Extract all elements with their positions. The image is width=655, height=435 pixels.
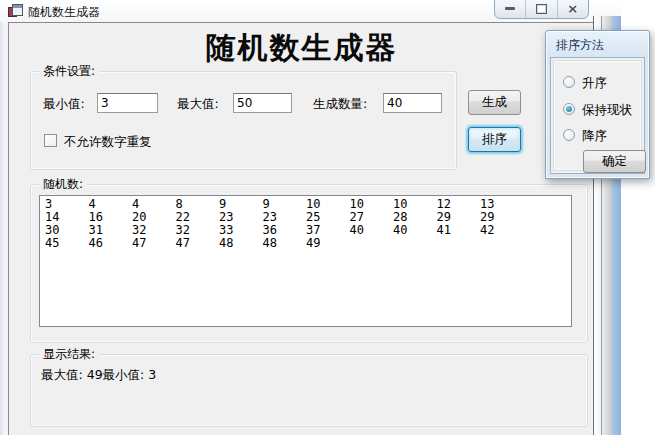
sort-dialog-client: 升序 保持现状 降序 确定 bbox=[550, 57, 645, 174]
numbers-group-label: 随机数: bbox=[39, 177, 87, 191]
random-number[interactable]: 48 bbox=[263, 237, 307, 250]
minimize-icon bbox=[505, 7, 515, 10]
ok-button[interactable]: 确定 bbox=[583, 150, 646, 173]
random-number[interactable]: 49 bbox=[306, 237, 350, 250]
random-number[interactable]: 48 bbox=[219, 237, 263, 250]
sort-button[interactable]: 排序 bbox=[468, 127, 521, 152]
maximize-button[interactable] bbox=[525, 0, 556, 18]
window-title: 随机数生成器 bbox=[28, 4, 100, 21]
random-number[interactable]: 41 bbox=[437, 224, 481, 237]
count-input[interactable] bbox=[383, 93, 442, 113]
max-value-input[interactable] bbox=[233, 93, 292, 113]
numbers-listbox[interactable]: 3 4 4 8 9 9 10 10 10 12 13 14 16 20 22 2… bbox=[39, 195, 572, 327]
window-client-area: 随机数生成器 条件设置: 最小值: 最大值: 生成数量: 不允许数字重复 生成 … bbox=[8, 22, 595, 435]
close-icon: × bbox=[567, 4, 578, 14]
settings-group-label: 条件设置: bbox=[39, 64, 99, 78]
min-value-label: 最小值: bbox=[43, 96, 85, 113]
numbers-groupbox: 随机数: 3 4 4 8 9 9 10 10 10 12 13 14 16 20 bbox=[30, 184, 588, 343]
radio-keep-current[interactable] bbox=[563, 103, 575, 115]
radio-descending-label: 降序 bbox=[582, 128, 607, 145]
random-number[interactable]: 47 bbox=[176, 237, 220, 250]
count-label: 生成数量: bbox=[313, 96, 367, 113]
radio-descending[interactable] bbox=[563, 129, 575, 141]
close-button[interactable]: × bbox=[557, 0, 588, 18]
result-text: 最大值: 49最小值: 3 bbox=[41, 367, 156, 384]
result-group-label: 显示结果: bbox=[39, 347, 99, 361]
radio-ascending[interactable] bbox=[563, 76, 575, 88]
maximize-icon bbox=[536, 4, 547, 14]
random-number[interactable]: 47 bbox=[132, 237, 176, 250]
sort-dialog-titlebar[interactable]: 排序方法 bbox=[556, 37, 604, 54]
no-repeat-checkbox[interactable] bbox=[44, 134, 57, 147]
minimize-button[interactable] bbox=[495, 0, 525, 18]
random-number[interactable]: 42 bbox=[480, 224, 524, 237]
window-frame-left bbox=[0, 22, 8, 435]
generate-button[interactable]: 生成 bbox=[468, 90, 521, 115]
random-number[interactable]: 40 bbox=[350, 224, 394, 237]
random-number[interactable]: 46 bbox=[89, 237, 133, 250]
random-number[interactable]: 40 bbox=[393, 224, 437, 237]
settings-groupbox: 条件设置: 最小值: 最大值: 生成数量: 不允许数字重复 bbox=[30, 71, 457, 170]
window-controls: × bbox=[494, 0, 589, 19]
random-number[interactable]: 45 bbox=[45, 237, 89, 250]
numbers-grid: 3 4 4 8 9 9 10 10 10 12 13 14 16 20 22 2… bbox=[45, 198, 571, 250]
page-title: 随机数生成器 bbox=[9, 28, 594, 69]
no-repeat-label: 不允许数字重复 bbox=[64, 134, 152, 151]
radio-ascending-label: 升序 bbox=[582, 75, 607, 92]
result-groupbox: 显示结果: 最大值: 49最小值: 3 bbox=[30, 354, 588, 427]
screen: 随机数生成器 × 随机数生成器 条件设置: 最小值: 最大值: 生成数量: 不允… bbox=[0, 0, 655, 435]
radio-keep-current-label: 保持现状 bbox=[582, 102, 632, 119]
sort-dialog: 排序方法 升序 保持现状 降序 确定 bbox=[545, 30, 650, 179]
max-value-label: 最大值: bbox=[177, 96, 219, 113]
app-icon bbox=[8, 4, 23, 18]
min-value-input[interactable] bbox=[97, 93, 158, 113]
